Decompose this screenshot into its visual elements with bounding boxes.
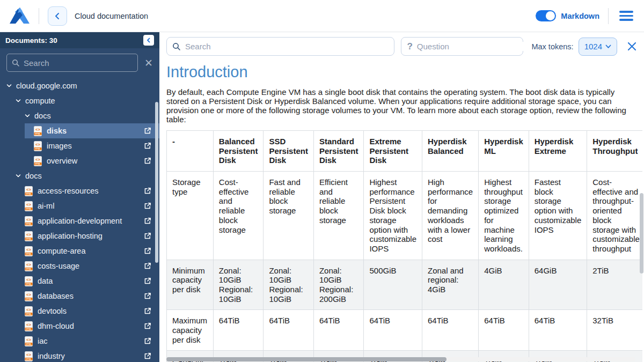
open-external-icon[interactable] [144,232,151,240]
table-row: Maximum capacity per disk64TiB64TiB64TiB… [167,310,643,351]
horizontal-scrollbar[interactable] [166,357,635,361]
open-external-button[interactable] [144,202,151,210]
sidebar-header: Documents: 30 [0,32,159,48]
table-cell: Cost-effective and reliable block storag… [213,172,264,260]
close-button[interactable] [627,42,636,51]
table-cell: Cost-effective and throughput-oriented b… [587,172,642,260]
table-cell: 500GiB [364,260,422,310]
tree-item-disks[interactable]: <>HTMLdisks [0,123,159,138]
markdown-toggle-label: Markdown [561,12,599,20]
open-external-button[interactable] [144,127,151,135]
html-file-icon: <>HTML [25,276,33,286]
open-external-icon[interactable] [144,307,151,315]
open-external-button[interactable] [144,217,151,225]
tree-item-overview[interactable]: <>HTMLoverview [0,153,159,168]
open-external-icon[interactable] [144,247,151,255]
table-row: Storage typeCost-effective and reliable … [167,172,643,260]
main-search-input[interactable] [185,42,389,51]
table-cell: Fast and reliable block storage [264,172,314,260]
tree-item-label: docs [34,112,51,120]
max-tokens-select[interactable]: 1024 [579,38,617,56]
tree-item-docs[interactable]: docs [0,108,159,123]
question-box: ? [401,37,523,56]
sidebar-search-input[interactable] [24,58,133,68]
tree-item-data[interactable]: <>HTMLdata [0,274,159,289]
open-external-button[interactable] [144,277,151,285]
open-external-icon[interactable] [144,292,151,300]
collapse-sidebar-button[interactable] [143,35,154,46]
tree-item-docs[interactable]: docs [0,168,159,183]
open-external-button[interactable] [144,352,151,360]
open-external-icon[interactable] [144,187,151,195]
open-external-icon[interactable] [144,157,151,165]
page-title: Cloud documentation [75,12,148,20]
open-external-icon[interactable] [144,202,151,210]
tree-item-devtools[interactable]: <>HTMLdevtools [0,304,159,319]
menu-button[interactable] [617,9,635,23]
markdown-toggle[interactable] [536,10,556,21]
back-button[interactable] [48,6,67,26]
open-external-icon[interactable] [144,262,151,270]
open-external-button[interactable] [144,292,151,300]
tree-item-ai-ml[interactable]: <>HTMLai-ml [0,198,159,213]
tree-item-label: devtools [38,307,67,315]
chevron-down-icon[interactable] [6,83,12,88]
open-external-icon[interactable] [144,217,151,225]
open-external-icon[interactable] [144,352,151,360]
open-external-icon[interactable] [144,127,151,135]
open-external-button[interactable] [144,307,151,315]
tree-item-dhm-cloud[interactable]: <>HTMLdhm-cloud [0,319,159,334]
tree-item-label: disks [47,127,67,135]
sidebar: Documents: 30 ✕ cloud.google.comcom [0,32,159,362]
open-external-button[interactable] [144,262,151,270]
svg-text:<>: <> [26,292,31,297]
open-external-button[interactable] [144,157,151,165]
svg-text:<>: <> [35,157,40,162]
question-input[interactable] [417,42,524,51]
html-file-icon: <>HTML [25,246,33,256]
open-external-icon[interactable] [144,322,151,330]
tree-item-label: databases [38,292,74,300]
html-file-icon: <>HTML [25,306,33,316]
svg-text:HTML: HTML [26,238,32,240]
open-external-button[interactable] [144,142,151,150]
svg-text:HTML: HTML [26,253,32,255]
table-cell: Zonal and regional: 4GiB [422,260,479,310]
sidebar-scrollbar[interactable] [155,102,158,263]
chevron-down-icon[interactable] [25,113,30,119]
tree-item-label: access-resources [38,187,99,195]
svg-text:<>: <> [26,262,31,267]
clear-search-icon[interactable]: ✕ [144,58,153,68]
vertical-scrollbar[interactable] [640,193,643,274]
tree-item-compute-area[interactable]: <>HTMLcompute-area [0,243,159,258]
column-header: Hyperdisk ML [479,131,529,172]
tree-item-label: application-development [38,217,122,225]
tree-item-industry[interactable]: <>HTMLindustry [0,349,159,362]
tree-item-access-resources[interactable]: <>HTMLaccess-resources [0,183,159,198]
tree-item-compute[interactable]: compute [0,93,159,108]
tree-item-application-hosting[interactable]: <>HTMLapplication-hosting [0,228,159,243]
tree-item-databases[interactable]: <>HTMLdatabases [0,289,159,304]
tree-item-images[interactable]: <>HTMLimages [0,138,159,153]
tree-item-costs-usage[interactable]: <>HTMLcosts-usage [0,258,159,274]
tree-item-cloud.google.com[interactable]: cloud.google.com [0,78,159,93]
open-external-button[interactable] [144,337,151,345]
tree-item-iac[interactable]: <>HTMLiac [0,334,159,349]
svg-text:HTML: HTML [26,313,32,315]
tree-item-application-development[interactable]: <>HTMLapplication-development [0,213,159,228]
open-external-icon[interactable] [144,277,151,285]
chevron-down-icon[interactable] [16,173,21,179]
chevron-down-icon[interactable] [16,98,21,104]
table-cell: Efficient and reliable block storage [313,172,364,260]
open-external-button[interactable] [144,187,151,195]
html-file-icon: <>HTML [34,156,42,166]
svg-text:HTML: HTML [26,343,32,345]
html-file-icon: <>HTML [25,336,33,346]
open-external-icon[interactable] [144,142,151,150]
open-external-button[interactable] [144,232,151,240]
open-external-button[interactable] [144,322,151,330]
open-external-icon[interactable] [144,337,151,345]
table-cell: Zonal: 10GiB Regional: 10GiB [213,260,264,310]
open-external-button[interactable] [144,247,151,255]
horizontal-scrollbar-thumb[interactable] [166,357,447,361]
